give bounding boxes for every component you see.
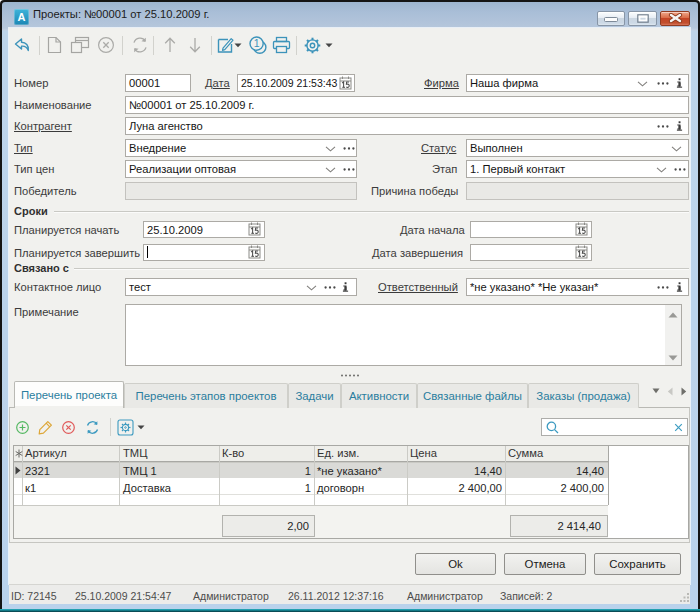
svg-text:1: 1 [254,37,260,49]
